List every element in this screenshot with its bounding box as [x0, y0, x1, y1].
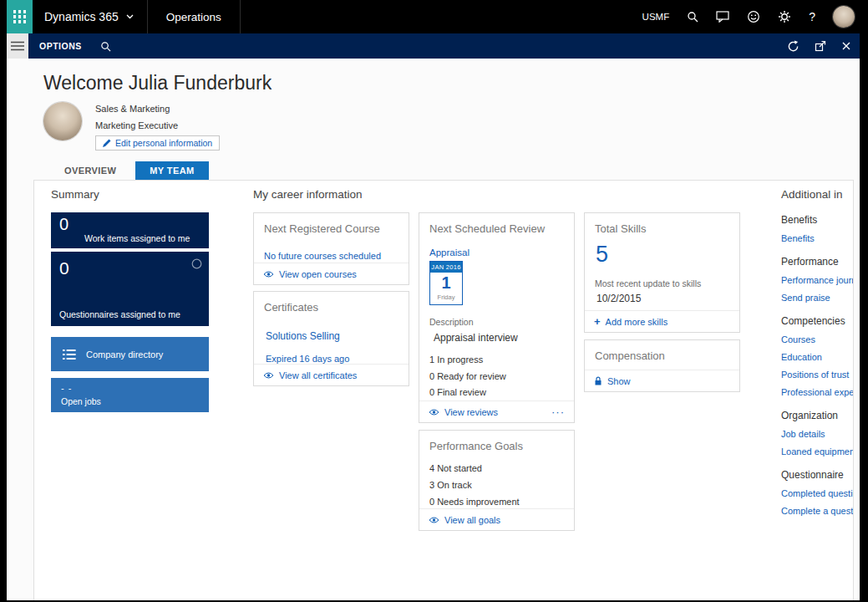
- footer-link-label: View all goals: [444, 515, 500, 525]
- review-type-link[interactable]: Appraisal: [429, 247, 470, 258]
- card-title: Total Skills: [595, 222, 646, 235]
- link-professional-experience[interactable]: Professional exper: [781, 387, 854, 397]
- footer-link-label: View reviews: [444, 407, 498, 417]
- certificate-status: Expired 16 days ago: [266, 354, 349, 364]
- feedback-button[interactable]: [747, 10, 760, 23]
- open-in-new-window-button[interactable]: [815, 40, 826, 52]
- section-performance: Performance Performance journ Send prais…: [781, 256, 854, 303]
- nav-menu-button[interactable]: [7, 33, 28, 59]
- questionnaires-tile[interactable]: 0 Questionnaires assigned to me: [51, 252, 209, 326]
- goal-stat: 3 On track: [429, 480, 472, 490]
- search-button[interactable]: [687, 11, 698, 23]
- skills-count: 5: [596, 242, 608, 268]
- hamburger-icon: [11, 41, 24, 51]
- link-complete-questionnaire[interactable]: Complete a questi: [781, 506, 854, 516]
- additional-info-column: Additional in Benefits Benefits Performa…: [781, 188, 854, 528]
- total-skills-card: Total Skills 5 Most recent update to ski…: [584, 212, 740, 333]
- refresh-button[interactable]: [787, 40, 799, 53]
- link-send-praise[interactable]: Send praise: [781, 293, 854, 303]
- description-value: Appraisal interview: [434, 332, 518, 344]
- close-button[interactable]: [841, 41, 851, 51]
- card-title: Compensation: [595, 349, 665, 362]
- work-items-count: 0: [59, 215, 69, 234]
- pencil-icon: [103, 139, 111, 147]
- compensation-card: Compensation Show: [584, 339, 740, 392]
- footer-link-label: View all certificates: [279, 370, 357, 380]
- plus-icon: +: [594, 316, 601, 327]
- action-bar: OPTIONS: [7, 33, 860, 59]
- skills-caption: Most recent update to skills: [595, 278, 701, 288]
- add-more-skills-link[interactable]: + Add more skills: [585, 310, 739, 332]
- link-education[interactable]: Education: [781, 352, 854, 362]
- section-title: Questionnaire: [781, 469, 854, 481]
- nav-search-button[interactable]: [100, 41, 111, 52]
- career-heading: My career information: [253, 188, 363, 201]
- brand-label: Dynamics 365: [44, 10, 119, 23]
- link-loaned-equipment[interactable]: Loaned equipmen: [781, 446, 854, 457]
- chevron-down-icon: [126, 14, 134, 19]
- open-jobs-tile[interactable]: - - Open jobs: [51, 378, 209, 412]
- card-title: Next Scheduled Review: [429, 222, 545, 235]
- link-positions-of-trust[interactable]: Positions of trust: [781, 370, 854, 380]
- link-completed-questionnaires[interactable]: Completed questio: [781, 488, 854, 498]
- view-reviews-link[interactable]: View reviews ···: [419, 400, 574, 422]
- edit-personal-info-label: Edit personal information: [115, 138, 212, 148]
- view-all-goals-link[interactable]: View all goals: [419, 508, 574, 530]
- settings-button[interactable]: [778, 10, 791, 23]
- link-courses[interactable]: Courses: [781, 334, 854, 344]
- goal-stat: 4 Not started: [429, 463, 482, 473]
- eye-icon: [263, 371, 274, 380]
- next-registered-course-card: Next Registered Course No future courses…: [253, 212, 409, 285]
- card-title: Performance Goals: [429, 440, 523, 452]
- description-label: Description: [429, 317, 474, 327]
- additional-heading: Additional in: [781, 188, 854, 201]
- company-selector[interactable]: USMF: [642, 12, 670, 22]
- goal-stat: 0 Needs improvement: [429, 497, 520, 507]
- show-compensation-link[interactable]: Show: [585, 370, 739, 391]
- section-benefits: Benefits Benefits: [781, 214, 854, 243]
- gear-icon: [778, 10, 791, 23]
- link-job-details[interactable]: Job details: [781, 429, 854, 439]
- certificate-name-link[interactable]: Solutions Selling: [266, 330, 340, 342]
- lock-icon: [594, 376, 602, 386]
- card-title: Next Registered Course: [264, 222, 380, 235]
- messages-button[interactable]: [716, 11, 729, 23]
- help-button[interactable]: ?: [809, 10, 815, 23]
- summary-heading: Summary: [51, 188, 99, 201]
- app-name-label: Operations: [166, 11, 221, 23]
- questionnaires-label: Questionnaires assigned to me: [59, 309, 180, 319]
- edit-personal-info-button[interactable]: Edit personal information: [95, 135, 220, 150]
- top-app-bar: Dynamics 365 Operations USMF ?: [7, 0, 860, 33]
- brand-menu[interactable]: Dynamics 365: [44, 10, 134, 23]
- calendar-month: JAN 2016: [430, 262, 462, 273]
- topbar-actions: USMF ?: [642, 6, 860, 28]
- section-title: Competencies: [781, 315, 854, 327]
- app-launcher-button[interactable]: [7, 0, 33, 33]
- link-performance-journal[interactable]: Performance journ: [781, 275, 854, 285]
- search-icon: [687, 11, 698, 23]
- performance-goals-card: Performance Goals 4 Not started 3 On tra…: [419, 430, 575, 531]
- job-title-label: Marketing Executive: [95, 120, 178, 130]
- user-avatar[interactable]: [833, 6, 855, 28]
- waffle-icon: [13, 10, 27, 23]
- view-open-courses-link[interactable]: View open courses: [254, 263, 409, 284]
- link-benefits[interactable]: Benefits: [781, 233, 854, 243]
- view-all-certificates-link[interactable]: View all certificates: [254, 364, 409, 385]
- page-content: Welcome Julia Funderburk Sales & Marketi…: [7, 59, 860, 600]
- section-competencies: Competencies Courses Education Positions…: [781, 315, 854, 397]
- calendar-weekday: Friday: [430, 293, 462, 304]
- more-options-button[interactable]: ···: [551, 406, 565, 418]
- app-window: Dynamics 365 Operations USMF ?: [7, 0, 860, 600]
- options-menu[interactable]: OPTIONS: [39, 41, 82, 51]
- company-directory-tile[interactable]: Company directory: [51, 337, 209, 371]
- open-jobs-label: Open jobs: [61, 396, 101, 406]
- search-icon: [100, 41, 111, 52]
- tab-my-team[interactable]: MY TEAM: [135, 161, 208, 180]
- profile-photo: [43, 102, 82, 140]
- tab-overview[interactable]: OVERVIEW: [50, 161, 130, 180]
- chat-icon: [716, 11, 729, 23]
- work-items-tile[interactable]: 0 Work items assigned to me: [51, 212, 209, 248]
- app-name-tab[interactable]: Operations: [147, 0, 241, 33]
- smiley-icon: [747, 10, 760, 23]
- section-title: Organization: [781, 410, 854, 421]
